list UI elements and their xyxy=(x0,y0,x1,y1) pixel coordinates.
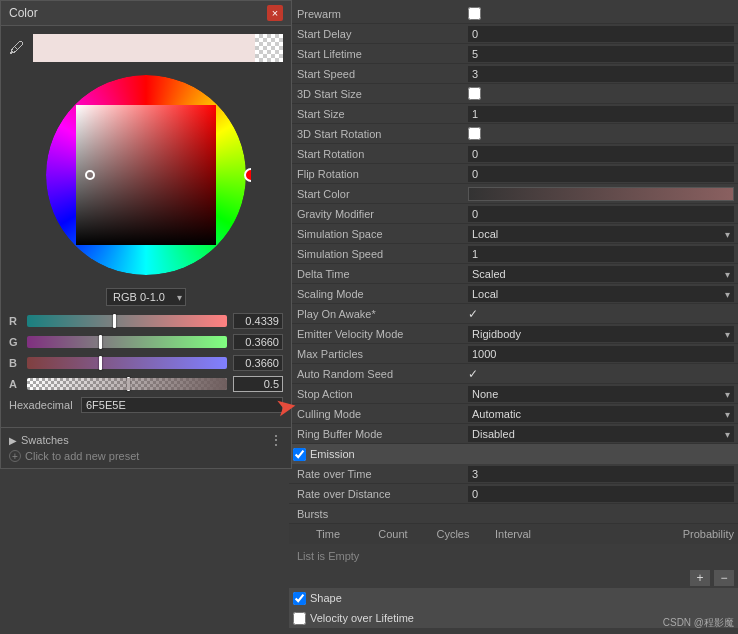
prop-input-simulation-speed[interactable] xyxy=(468,246,734,262)
prop-select-ring-buffer-mode[interactable]: DisabledPauseUntilReplacedLoopUntilRepla… xyxy=(468,426,734,442)
prop-value-simulation-speed xyxy=(468,246,734,262)
prop-checkbox-prewarm[interactable] xyxy=(468,7,481,20)
prop-select-wrap-simulation-space[interactable]: LocalWorldCustom xyxy=(468,226,734,242)
prop-input-gravity-modifier[interactable] xyxy=(468,206,734,222)
prop-select-wrap-emitter-velocity-mode[interactable]: RigidbodyTransform xyxy=(468,326,734,342)
channel-g-input[interactable]: 0.3660 xyxy=(233,334,283,350)
prop-label-simulation-space: Simulation Space xyxy=(293,228,468,240)
channel-b-thumb[interactable] xyxy=(99,356,102,370)
prop-row-stop-action: Stop ActionNoneDisableDestroyCallback xyxy=(289,384,738,404)
burst-add-button[interactable]: + xyxy=(690,570,710,586)
prop-value-3d-start-rotation xyxy=(468,127,734,140)
prop-input-start-rotation[interactable] xyxy=(468,146,734,162)
prop-input-flip-rotation[interactable] xyxy=(468,166,734,182)
bursts-col-count: Count xyxy=(363,528,423,540)
preview-alpha xyxy=(255,34,283,62)
prop-select-culling-mode[interactable]: AutomaticAlwaysSimulatePauseAndCatchupPa… xyxy=(468,406,734,422)
prop-checkbox-3d-start-rotation[interactable] xyxy=(468,127,481,140)
prop-input-start-speed[interactable] xyxy=(468,66,734,82)
channel-g-label: G xyxy=(9,336,21,348)
bursts-columns-header: Time Count Cycles Interval Probability xyxy=(289,524,738,544)
section-checkbox-velocity-section[interactable] xyxy=(293,612,306,625)
hex-row: Hexadecimal 6F5E5E ➤ xyxy=(9,397,283,413)
hex-input[interactable]: 6F5E5E xyxy=(81,397,283,413)
rgb-mode-row: RGB 0-1.0 RGB 0-255 HSV xyxy=(9,288,283,306)
prop-label-simulation-speed: Simulation Speed xyxy=(293,248,468,260)
prop-value-start-size xyxy=(468,106,734,122)
channel-a-input[interactable]: 0.5 xyxy=(233,376,283,392)
prop-input-rate-over-time[interactable] xyxy=(468,466,734,482)
section-header-shape-section[interactable]: Shape xyxy=(289,588,738,608)
prop-select-wrap-scaling-mode[interactable]: LocalHierarchyShape xyxy=(468,286,734,302)
rgb-mode-wrap[interactable]: RGB 0-1.0 RGB 0-255 HSV xyxy=(106,288,186,306)
channel-g-thumb[interactable] xyxy=(99,335,102,349)
saturation-square[interactable] xyxy=(76,105,216,245)
color-panel-title-text: Color xyxy=(9,6,38,20)
prop-row-scaling-mode: Scaling ModeLocalHierarchyShape xyxy=(289,284,738,304)
prop-row-ring-buffer-mode: Ring Buffer ModeDisabledPauseUntilReplac… xyxy=(289,424,738,444)
channel-a-slider[interactable] xyxy=(27,378,227,390)
prop-label-start-size: Start Size xyxy=(293,108,468,120)
swatches-menu-button[interactable]: ⋮ xyxy=(269,432,283,448)
prop-checkbox-3d-start-size[interactable] xyxy=(468,87,481,100)
swatch-add-icon: + xyxy=(9,450,21,462)
prop-checkmark-auto-random-seed: ✓ xyxy=(468,367,478,381)
swatches-header: ▶ Swatches ⋮ xyxy=(9,432,283,448)
bursts-col-cycles: Cycles xyxy=(423,528,483,540)
prop-select-simulation-space[interactable]: LocalWorldCustom xyxy=(468,226,734,242)
rgb-mode-select[interactable]: RGB 0-1.0 RGB 0-255 HSV xyxy=(106,288,186,306)
burst-remove-button[interactable]: − xyxy=(714,570,734,586)
channel-g-slider[interactable] xyxy=(27,336,227,348)
prop-value-gravity-modifier xyxy=(468,206,734,222)
prop-value-scaling-mode: LocalHierarchyShape xyxy=(468,286,734,302)
channel-r-thumb[interactable] xyxy=(113,314,116,328)
bursts-col-time: Time xyxy=(293,528,363,540)
prop-select-emitter-velocity-mode[interactable]: RigidbodyTransform xyxy=(468,326,734,342)
channel-a-thumb[interactable] xyxy=(127,377,130,391)
eyedropper-button[interactable]: 🖊 xyxy=(9,39,25,57)
color-preview-box xyxy=(33,34,283,62)
section-checkbox-shape-section[interactable] xyxy=(293,592,306,605)
prop-select-scaling-mode[interactable]: LocalHierarchyShape xyxy=(468,286,734,302)
prop-input-start-lifetime[interactable] xyxy=(468,46,734,62)
swatches-add-text[interactable]: + Click to add new preset xyxy=(9,448,283,464)
prop-select-delta-time[interactable]: ScaledUnscaled xyxy=(468,266,734,282)
color-wheel-svg[interactable] xyxy=(41,70,251,280)
prop-colorbar-start-color[interactable] xyxy=(468,187,734,201)
prop-row-3d-start-rotation: 3D Start Rotation xyxy=(289,124,738,144)
channel-b-slider[interactable] xyxy=(27,357,227,369)
channel-r-slider[interactable] xyxy=(27,315,227,327)
prop-label-start-lifetime: Start Lifetime xyxy=(293,48,468,60)
color-panel-close-button[interactable]: × xyxy=(267,5,283,21)
prop-row-simulation-space: Simulation SpaceLocalWorldCustom xyxy=(289,224,738,244)
prop-select-wrap-ring-buffer-mode[interactable]: DisabledPauseUntilReplacedLoopUntilRepla… xyxy=(468,426,734,442)
prop-select-stop-action[interactable]: NoneDisableDestroyCallback xyxy=(468,386,734,402)
prop-select-wrap-culling-mode[interactable]: AutomaticAlwaysSimulatePauseAndCatchupPa… xyxy=(468,406,734,422)
prop-value-culling-mode: AutomaticAlwaysSimulatePauseAndCatchupPa… xyxy=(468,406,734,422)
prop-value-play-on-awake: ✓ xyxy=(468,307,734,321)
prop-value-start-speed xyxy=(468,66,734,82)
prop-value-rate-over-distance xyxy=(468,486,734,502)
emission-section-header[interactable]: Emission xyxy=(289,444,738,464)
emission-checkbox[interactable] xyxy=(293,448,306,461)
prop-row-start-lifetime: Start Lifetime xyxy=(289,44,738,64)
prop-select-wrap-delta-time[interactable]: ScaledUnscaled xyxy=(468,266,734,282)
prop-input-rate-over-distance[interactable] xyxy=(468,486,734,502)
section-label-velocity-section: Velocity over Lifetime xyxy=(310,612,414,624)
bursts-row: Bursts xyxy=(289,504,738,524)
prop-input-max-particles[interactable] xyxy=(468,346,734,362)
channel-r-label: R xyxy=(9,315,21,327)
prop-input-start-delay[interactable] xyxy=(468,26,734,42)
prop-label-start-delay: Start Delay xyxy=(293,28,468,40)
channel-b-input[interactable]: 0.3660 xyxy=(233,355,283,371)
channel-g-track xyxy=(27,336,227,348)
wheel-cursor[interactable] xyxy=(245,169,251,181)
prop-value-ring-buffer-mode: DisabledPauseUntilReplacedLoopUntilRepla… xyxy=(468,426,734,442)
color-wheel-container[interactable] xyxy=(9,70,283,280)
prop-select-wrap-stop-action[interactable]: NoneDisableDestroyCallback xyxy=(468,386,734,402)
prop-row-start-size: Start Size xyxy=(289,104,738,124)
prop-input-start-size[interactable] xyxy=(468,106,734,122)
prop-row-flip-rotation: Flip Rotation xyxy=(289,164,738,184)
channel-r-input[interactable]: 0.4339 xyxy=(233,313,283,329)
color-panel: Color × 🖊 xyxy=(0,0,292,469)
